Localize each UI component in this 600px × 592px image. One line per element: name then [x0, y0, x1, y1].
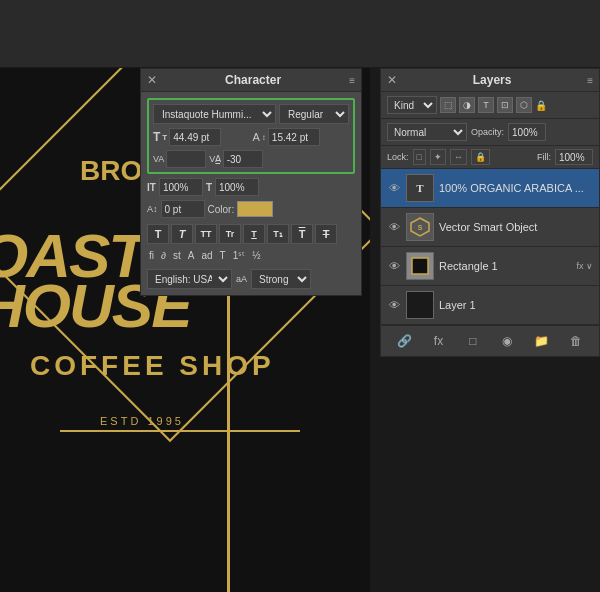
- layer-eye-rect[interactable]: 👁: [387, 260, 401, 272]
- font-size-input[interactable]: [169, 128, 221, 146]
- strikethrough-style-btn[interactable]: T: [315, 224, 337, 244]
- line-height-icon-arrow: ↕: [262, 133, 266, 142]
- kind-adjust-icon[interactable]: ◑: [459, 97, 475, 113]
- layer-eye-text[interactable]: 👁: [387, 182, 401, 194]
- text-estd: ESTD 1995: [100, 415, 184, 427]
- anti-alias-select[interactable]: Strong: [251, 269, 311, 289]
- layer-thumb-smart: S: [406, 213, 434, 241]
- font-row: Instaquote Hummi... Regular: [153, 104, 349, 124]
- font-size-icon-small: T: [162, 133, 167, 142]
- kind-icons: ⬚ ◑ T ⊡ ⬡: [440, 97, 532, 113]
- lock-all-btn[interactable]: 🔒: [471, 149, 490, 165]
- lock-position-btn[interactable]: ↔: [450, 149, 467, 165]
- horizontal-scale-input[interactable]: [215, 178, 259, 196]
- lig-ord-btn[interactable]: 1ˢᵗ: [231, 248, 248, 263]
- sub-style-btn[interactable]: T: [243, 224, 265, 244]
- baseline-color-row: A↕ Color:: [147, 200, 355, 218]
- character-panel-header: ✕ Character ≡: [141, 69, 361, 92]
- lig-ad-btn[interactable]: ad: [199, 248, 214, 263]
- layers-panel-close[interactable]: ✕: [387, 73, 397, 87]
- lock-image-btn[interactable]: ✦: [430, 149, 446, 165]
- layer-item-smart[interactable]: 👁 S Vector Smart Object: [381, 208, 599, 247]
- style-buttons-row: T T TT Tr T T₁ T T: [147, 224, 355, 244]
- opacity-label: Opacity:: [471, 127, 504, 137]
- character-panel-close[interactable]: ✕: [147, 73, 157, 87]
- layer-thumb-rect: [406, 252, 434, 280]
- kerning-input[interactable]: [223, 150, 263, 168]
- lock-label: Lock:: [387, 152, 409, 162]
- delete-layer-btn[interactable]: 🗑: [566, 331, 586, 351]
- font-size-field: T T: [153, 128, 250, 146]
- layers-panel-menu-icon[interactable]: ≡: [587, 75, 593, 86]
- bold-style-btn[interactable]: T: [147, 224, 169, 244]
- lig-a-btn[interactable]: A: [186, 248, 197, 263]
- lig-st-btn[interactable]: st: [171, 248, 183, 263]
- smart-object-thumb-svg: S: [409, 216, 431, 238]
- layer-thumb-text: T: [406, 174, 434, 202]
- svg-text:S: S: [418, 224, 423, 231]
- layers-panel-header: ✕ Layers ≡: [381, 69, 599, 92]
- layer-fx-badge: fx ∨: [576, 261, 593, 271]
- tt-style-btn[interactable]: TT: [195, 224, 217, 244]
- layer-name-rect: Rectangle 1: [439, 260, 571, 272]
- text-coffee: COFFEE SHOP: [30, 350, 275, 382]
- kind-path-icon[interactable]: ⊡: [497, 97, 513, 113]
- fill-input[interactable]: [555, 149, 593, 165]
- lig-t-btn[interactable]: T: [218, 248, 228, 263]
- layer-name-layer1: Layer 1: [439, 299, 593, 311]
- opacity-input[interactable]: [508, 123, 546, 141]
- layer-item-layer1[interactable]: 👁 Layer 1: [381, 286, 599, 325]
- character-highlight-section: Instaquote Hummi... Regular T T A ↕: [147, 98, 355, 174]
- italic-style-btn[interactable]: T: [171, 224, 193, 244]
- scale-row: IT T: [147, 178, 355, 196]
- character-panel: ✕ Character ≡ Instaquote Hummi... Regula…: [140, 68, 362, 296]
- super-style-btn[interactable]: Tr: [219, 224, 241, 244]
- lig-frac-btn[interactable]: ½: [250, 248, 262, 263]
- blend-mode-row: Normal Opacity:: [381, 119, 599, 146]
- horizontal-scale-icon: T: [206, 182, 212, 193]
- lig-fi-btn[interactable]: fi: [147, 248, 156, 263]
- new-fill-adj-btn[interactable]: ◉: [497, 331, 517, 351]
- add-mask-btn[interactable]: □: [463, 331, 483, 351]
- character-panel-body: Instaquote Hummi... Regular T T A ↕: [141, 92, 361, 295]
- layer-eye-smart[interactable]: 👁: [387, 221, 401, 233]
- vertical-scale-input[interactable]: [159, 178, 203, 196]
- color-swatch[interactable]: [237, 201, 273, 217]
- lock-transparency-btn[interactable]: □: [413, 149, 426, 165]
- layers-panel: ✕ Layers ≡ Kind ⬚ ◑ T ⊡ ⬡ 🔒 Normal Opaci…: [380, 68, 600, 357]
- kind-lock-icon[interactable]: 🔒: [535, 100, 547, 111]
- allcaps-style-btn[interactable]: T: [291, 224, 313, 244]
- language-select[interactable]: English: USA: [147, 269, 232, 289]
- kind-bar: Kind ⬚ ◑ T ⊡ ⬡ 🔒: [381, 92, 599, 119]
- line-height-input[interactable]: [268, 128, 320, 146]
- kind-select[interactable]: Kind: [387, 96, 437, 114]
- new-group-btn[interactable]: 📁: [531, 331, 551, 351]
- font-style-select[interactable]: Regular: [279, 104, 349, 124]
- font-size-icon: T: [153, 130, 160, 144]
- layers-panel-title: Layers: [473, 73, 512, 87]
- kerning-icon: VA̲: [209, 154, 220, 164]
- lig-loop-btn[interactable]: ∂: [159, 248, 168, 263]
- line-height-icon: A: [253, 131, 260, 143]
- baseline-input[interactable]: [161, 200, 205, 218]
- link-layers-btn[interactable]: 🔗: [394, 331, 414, 351]
- caps-style-btn[interactable]: T₁: [267, 224, 289, 244]
- layer-item-rect[interactable]: 👁 Rectangle 1 fx ∨: [381, 247, 599, 286]
- layer-eye-layer1[interactable]: 👁: [387, 299, 401, 311]
- layer-item-text[interactable]: 👁 T 100% ORGANIC ARABICA ...: [381, 169, 599, 208]
- tracking-input[interactable]: [166, 150, 206, 168]
- lock-row: Lock: □ ✦ ↔ 🔒 Fill:: [381, 146, 599, 169]
- kind-text-icon[interactable]: T: [478, 97, 494, 113]
- blend-mode-select[interactable]: Normal: [387, 123, 467, 141]
- kind-smart-icon[interactable]: ⬡: [516, 97, 532, 113]
- add-fx-btn[interactable]: fx: [428, 331, 448, 351]
- kerning-row: VA VA̲: [153, 150, 349, 168]
- font-family-select[interactable]: Instaquote Hummi...: [153, 104, 276, 124]
- aa-icon: aA: [236, 274, 247, 284]
- tracking-field: VA: [153, 150, 206, 168]
- color-label: Color:: [208, 204, 235, 215]
- tracking-icon: VA: [153, 154, 164, 164]
- svg-rect-2: [412, 258, 428, 274]
- character-panel-menu-icon[interactable]: ≡: [349, 75, 355, 86]
- kind-pixel-icon[interactable]: ⬚: [440, 97, 456, 113]
